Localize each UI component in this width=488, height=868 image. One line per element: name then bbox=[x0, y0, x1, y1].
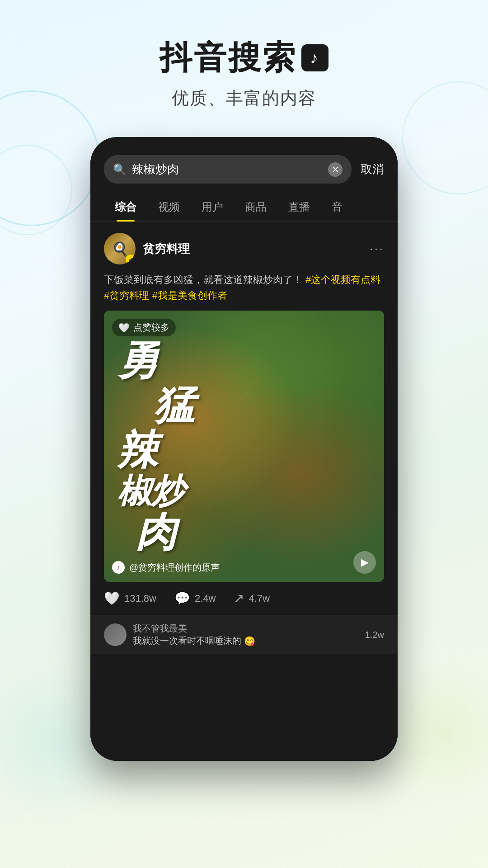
author-name: 贫穷料理 bbox=[143, 241, 190, 257]
content-area: 🍳 ✓ 贫穷料理 ··· 下饭菜到底有多凶猛，就看这道辣椒炒肉了！ #这个视频有… bbox=[90, 222, 398, 761]
audio-label: @贫穷料理创作的原声 bbox=[129, 561, 220, 574]
hashtag-1[interactable]: #这个视频有点料 bbox=[305, 274, 380, 285]
search-cancel-button[interactable]: 取消 bbox=[361, 161, 384, 177]
like-count: 131.8w bbox=[124, 593, 156, 604]
comment-content: 我就没一次看时不咽唾沫的 😋 bbox=[133, 635, 359, 647]
search-clear-button[interactable]: ✕ bbox=[328, 162, 343, 177]
engagement-bar: 🤍 131.8w 💬 2.4w ↗ 4.7w bbox=[104, 582, 384, 615]
avatar: 🍳 ✓ bbox=[104, 233, 136, 264]
comment-likes: 1.2w bbox=[365, 630, 384, 640]
verified-badge: ✓ bbox=[126, 255, 136, 264]
hashtag-2[interactable]: #贫穷料理 bbox=[104, 290, 149, 301]
main-title-text: 抖音搜索 bbox=[160, 36, 297, 80]
comment-emoji: 😋 bbox=[244, 636, 255, 646]
hashtag-3[interactable]: #我是美食创作者 bbox=[152, 290, 227, 301]
header-section: 抖音搜索 优质、丰富的内容 bbox=[0, 0, 488, 110]
search-query-text: 辣椒炒肉 bbox=[132, 161, 323, 177]
tiktok-mini-icon: ♪ bbox=[112, 561, 125, 574]
tab-用户[interactable]: 用户 bbox=[191, 193, 234, 222]
share-button[interactable]: ↗ 4.7w bbox=[234, 591, 269, 606]
main-title: 抖音搜索 bbox=[0, 36, 488, 80]
share-count: 4.7w bbox=[249, 593, 269, 604]
comment-texts: 我不管我最美 我就没一次看时不咽唾沫的 😋 bbox=[133, 623, 359, 647]
search-bar-area: 🔍 辣椒炒肉 ✕ 取消 bbox=[90, 137, 398, 193]
tab-音[interactable]: 音 bbox=[321, 193, 353, 222]
like-button[interactable]: 🤍 131.8w bbox=[104, 591, 156, 606]
video-thumbnail[interactable]: 🤍 点赞较多 勇 猛 辣 椒炒 肉 ♪ bbox=[104, 311, 384, 582]
comment-button[interactable]: 💬 2.4w bbox=[174, 591, 216, 606]
heart-icon: 🤍 bbox=[104, 591, 120, 606]
tab-商品[interactable]: 商品 bbox=[234, 193, 277, 222]
calligraphy-line-1: 勇 bbox=[117, 338, 157, 383]
tab-视频[interactable]: 视频 bbox=[147, 193, 191, 222]
tabs-bar: 综合 视频 用户 商品 直播 音 bbox=[90, 193, 398, 222]
calligraphy-line-3: 辣 bbox=[117, 428, 157, 472]
commenter-avatar bbox=[104, 623, 127, 646]
audio-bar: ♪ @贫穷料理创作的原声 bbox=[112, 561, 220, 574]
phone-screen: 🔍 辣椒炒肉 ✕ 取消 综合 视频 用户 商品 bbox=[90, 137, 398, 761]
search-icon: 🔍 bbox=[113, 163, 127, 176]
tiktok-logo-icon bbox=[301, 44, 328, 71]
post-header: 🍳 ✓ 贫穷料理 ··· bbox=[104, 233, 384, 264]
subtitle: 优质、丰富的内容 bbox=[0, 87, 488, 110]
comment-author: 我不管我最美 bbox=[133, 623, 359, 635]
tab-综合[interactable]: 综合 bbox=[104, 193, 147, 222]
comment-count: 2.4w bbox=[195, 593, 216, 604]
comment-icon: 💬 bbox=[174, 591, 190, 606]
share-icon: ↗ bbox=[234, 591, 244, 606]
search-input-box[interactable]: 🔍 辣椒炒肉 ✕ bbox=[104, 155, 352, 184]
post-card: 🍳 ✓ 贫穷料理 ··· 下饭菜到底有多凶猛，就看这道辣椒炒肉了！ #这个视频有… bbox=[90, 222, 398, 615]
comment-preview: 我不管我最美 我就没一次看时不咽唾沫的 😋 1.2w bbox=[90, 615, 398, 654]
more-options-button[interactable]: ··· bbox=[370, 241, 384, 256]
calligraphy-line-5: 肉 bbox=[136, 510, 175, 555]
video-text-overlay: 勇 猛 辣 椒炒 肉 bbox=[104, 311, 384, 582]
tab-直播[interactable]: 直播 bbox=[277, 193, 321, 222]
phone-wrapper: 🔍 辣椒炒肉 ✕ 取消 综合 视频 用户 商品 bbox=[0, 137, 488, 761]
phone-mockup: 🔍 辣椒炒肉 ✕ 取消 综合 视频 用户 商品 bbox=[90, 137, 398, 761]
post-description: 下饭菜到底有多凶猛，就看这道辣椒炒肉了！ #这个视频有点料 #贫穷料理 #我是美… bbox=[104, 272, 384, 303]
calligraphy-line-4: 椒炒 bbox=[117, 472, 183, 510]
calligraphy-line-2: 猛 bbox=[154, 383, 193, 428]
